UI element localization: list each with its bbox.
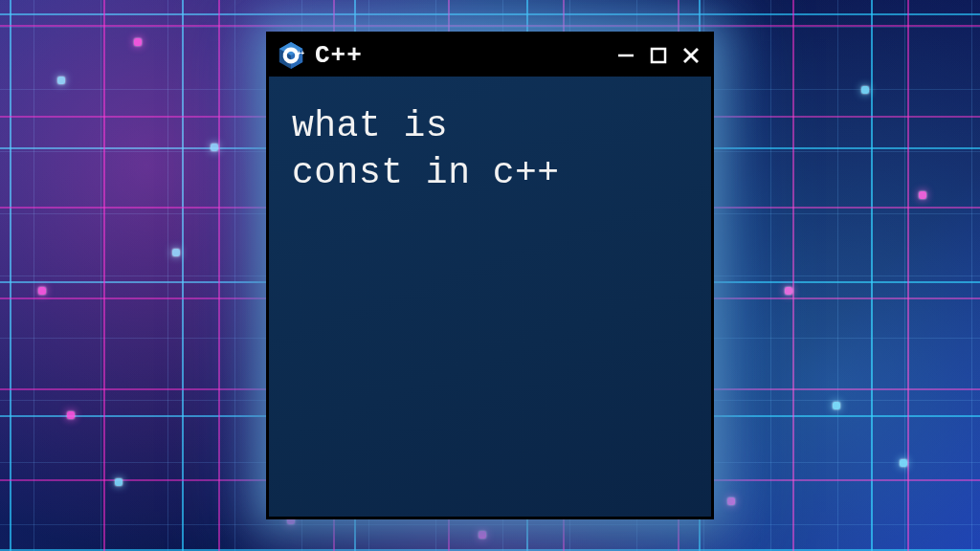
svg-rect-6	[652, 49, 665, 62]
maximize-button[interactable]	[648, 45, 669, 66]
titlebar[interactable]: + + C++	[269, 34, 711, 77]
close-button[interactable]	[680, 45, 702, 66]
minimize-button[interactable]	[615, 45, 636, 66]
svg-text:+: +	[301, 50, 304, 56]
window-controls	[615, 45, 702, 66]
terminal-window: + + C++ what is const in c++	[266, 32, 714, 519]
window-title: C++	[315, 41, 606, 70]
cpp-icon: + +	[277, 41, 305, 70]
terminal-text: what is const in c++	[292, 103, 688, 196]
terminal-content-area[interactable]: what is const in c++	[269, 77, 711, 517]
